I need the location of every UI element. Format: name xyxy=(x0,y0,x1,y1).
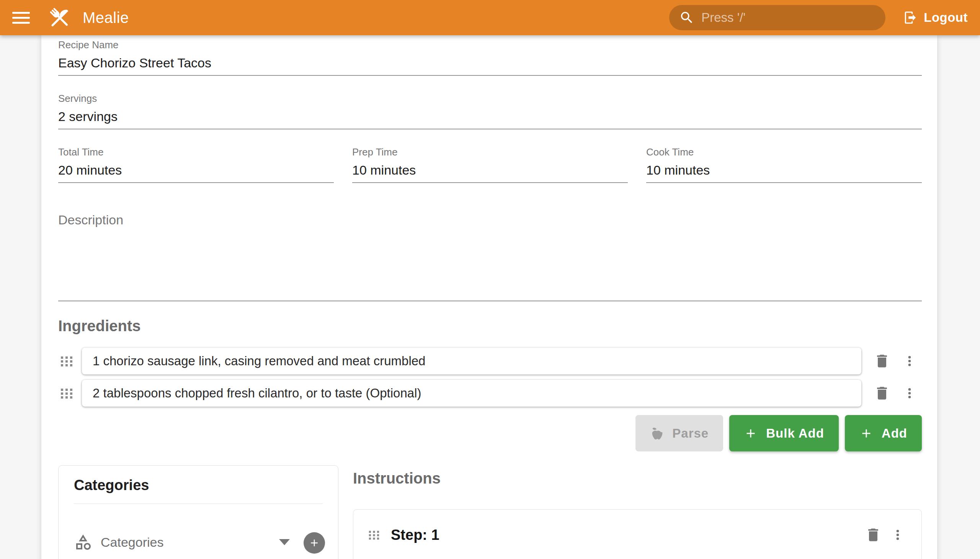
shape-icon xyxy=(74,533,92,551)
prep-time-field[interactable]: Prep Time 10 minutes xyxy=(352,146,628,183)
step-menu-button[interactable] xyxy=(886,523,910,547)
dots-vertical-icon xyxy=(902,385,917,401)
delete-ingredient-button[interactable] xyxy=(870,349,894,373)
description-field[interactable]: Description xyxy=(58,212,922,301)
logout-label: Logout xyxy=(924,10,968,25)
servings-value[interactable]: 2 servings xyxy=(58,108,922,129)
logout-icon xyxy=(903,10,917,25)
drag-handle-icon[interactable] xyxy=(365,528,382,542)
add-category-button[interactable] xyxy=(304,532,325,554)
trash-icon xyxy=(874,385,891,402)
ingredient-input[interactable]: 2 tablespoons chopped fresh cilantro, or… xyxy=(82,380,861,407)
recipe-editor-card: Recipe Name Easy Chorizo Street Tacos Se… xyxy=(41,35,937,559)
recipe-name-field[interactable]: Recipe Name Easy Chorizo Street Tacos xyxy=(58,39,922,76)
categories-select[interactable]: Categories xyxy=(74,531,323,559)
trash-icon xyxy=(865,526,882,543)
servings-field[interactable]: Servings 2 servings xyxy=(58,93,922,129)
ingredients-heading: Ingredients xyxy=(58,318,922,335)
bottom-section: Categories Categories Instructions xyxy=(58,465,922,559)
recipe-name-value[interactable]: Easy Chorizo Street Tacos xyxy=(58,55,922,76)
drag-handle-icon[interactable] xyxy=(58,353,75,369)
page: Recipe Name Easy Chorizo Street Tacos Se… xyxy=(0,35,980,559)
description-textarea[interactable] xyxy=(58,227,922,301)
prep-time-label: Prep Time xyxy=(352,146,628,158)
cook-time-label: Cook Time xyxy=(646,146,922,158)
parse-label: Parse xyxy=(672,426,709,441)
categories-title: Categories xyxy=(71,477,326,493)
recipe-name-label: Recipe Name xyxy=(58,39,922,51)
description-label: Description xyxy=(58,212,922,227)
ingredient-menu-button[interactable] xyxy=(897,381,922,405)
ingredient-menu-button[interactable] xyxy=(897,349,922,373)
servings-label: Servings xyxy=(58,93,922,104)
step-header: Step: 1 xyxy=(365,523,910,547)
parse-button[interactable]: Parse xyxy=(635,415,723,452)
app-bar: Mealie Logout xyxy=(0,0,980,35)
logout-button[interactable]: Logout xyxy=(903,10,968,25)
add-button[interactable]: Add xyxy=(845,415,922,452)
search-box[interactable] xyxy=(669,5,886,30)
step-title: Step: 1 xyxy=(391,527,861,543)
delete-step-button[interactable] xyxy=(861,523,886,547)
prep-time-value[interactable]: 10 minutes xyxy=(352,162,628,183)
total-time-value[interactable]: 20 minutes xyxy=(58,162,334,183)
drag-handle-icon[interactable] xyxy=(58,385,75,401)
chevron-down-icon[interactable] xyxy=(279,539,290,545)
ingredient-input[interactable]: 1 chorizo sausage link, casing removed a… xyxy=(82,348,861,374)
ingredient-row: 2 tablespoons chopped fresh cilantro, or… xyxy=(58,380,922,407)
plus-icon xyxy=(859,427,873,440)
search-input[interactable] xyxy=(701,10,876,25)
ingredient-row: 1 chorizo sausage link, casing removed a… xyxy=(58,348,922,374)
app-title: Mealie xyxy=(83,9,129,26)
categories-select-label: Categories xyxy=(101,535,279,550)
cook-time-value[interactable]: 10 minutes xyxy=(646,162,922,183)
app-logo xyxy=(47,5,72,30)
dots-vertical-icon xyxy=(902,353,917,369)
bulk-add-button[interactable]: Bulk Add xyxy=(729,415,839,452)
step-card: Step: 1 Combine crumbled chorizo and chi… xyxy=(353,509,922,559)
instructions-heading: Instructions xyxy=(353,470,922,487)
plus-icon xyxy=(744,427,758,440)
bulk-add-label: Bulk Add xyxy=(766,426,824,441)
trash-icon xyxy=(874,352,891,369)
menu-icon[interactable] xyxy=(12,10,30,25)
add-label: Add xyxy=(882,426,907,441)
delete-ingredient-button[interactable] xyxy=(870,381,894,405)
categories-card: Categories Categories xyxy=(58,465,339,559)
time-fields-row: Total Time 20 minutes Prep Time 10 minut… xyxy=(58,146,922,183)
ingredient-list: 1 chorizo sausage link, casing removed a… xyxy=(58,348,922,407)
plus-circle-icon xyxy=(309,537,320,549)
cook-time-field[interactable]: Cook Time 10 minutes xyxy=(646,146,922,183)
total-time-label: Total Time xyxy=(58,146,334,158)
total-time-field[interactable]: Total Time 20 minutes xyxy=(58,146,334,183)
apple-icon xyxy=(650,426,664,441)
search-icon xyxy=(679,10,694,25)
divider xyxy=(74,503,323,504)
dots-vertical-icon xyxy=(890,527,906,542)
instructions-column: Instructions Step: 1 xyxy=(353,465,922,559)
ingredient-actions: Parse Bulk Add Add xyxy=(58,415,922,452)
